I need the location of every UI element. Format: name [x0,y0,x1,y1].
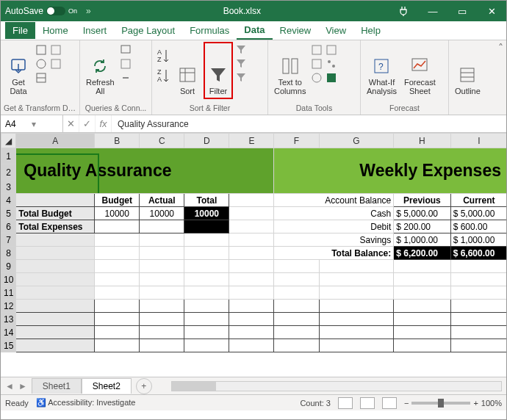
cell[interactable] [229,300,274,313]
cell[interactable] [450,300,506,313]
cell[interactable]: Cash [274,207,394,220]
cell[interactable]: 10000 [95,207,140,220]
cell[interactable]: $ 5,000.00 [450,207,506,220]
cell[interactable]: Total [184,194,229,207]
tab-home[interactable]: Home [35,22,76,39]
sheet-tab-2[interactable]: Sheet2 [82,378,132,394]
data-model-icon[interactable] [325,71,338,84]
cell[interactable]: $ 6,200.00 [394,247,450,260]
cell[interactable] [140,339,184,352]
col-header-d[interactable]: D [184,134,229,148]
from-web-icon[interactable] [35,57,48,70]
cell[interactable] [319,313,394,326]
minimize-button[interactable]: — [418,6,447,17]
row-header[interactable]: 8 [1,247,16,260]
row-header[interactable]: 3 [1,181,16,194]
page-layout-view-icon[interactable] [360,397,375,409]
queries-icon[interactable] [119,43,132,57]
text-to-columns-button[interactable]: Text to Columns [271,42,309,99]
cell[interactable] [394,273,450,286]
cell[interactable] [319,339,394,352]
cell[interactable] [274,339,319,352]
new-sheet-button[interactable]: + [136,378,152,394]
cell[interactable] [394,260,450,273]
cell[interactable] [95,313,140,326]
cell[interactable] [16,339,95,352]
cell[interactable] [319,260,394,273]
cell[interactable] [450,286,506,300]
zoom-out-icon[interactable]: − [404,399,409,408]
get-data-button[interactable]: Get Data [4,42,33,99]
fx-icon[interactable]: fx [96,115,112,132]
cell[interactable]: $ 200.00 [394,220,450,233]
cell[interactable] [229,313,274,326]
cell[interactable] [274,313,319,326]
cell[interactable] [229,233,274,247]
cell[interactable] [229,260,274,273]
tab-help[interactable]: Help [353,22,388,39]
col-header-g[interactable]: G [319,134,394,148]
cell[interactable]: $ 600.00 [450,220,506,233]
existing-icon[interactable] [49,57,62,70]
cell[interactable] [184,300,229,313]
row-header[interactable]: 14 [1,326,16,339]
overflow-icon[interactable]: » [82,6,96,16]
autosave-toggle[interactable]: AutoSave On [1,6,82,16]
cell[interactable] [319,273,394,286]
row-header[interactable]: 10 [1,273,16,286]
name-box[interactable]: A4 ▾ [1,115,63,132]
zoom-control[interactable]: − + 100% [404,399,502,408]
cell[interactable] [184,339,229,352]
cell[interactable] [140,273,184,286]
spreadsheet-grid[interactable]: ◢ A B C D E F G H I 1 Quality Assurance … [1,133,506,377]
cell[interactable] [95,220,140,233]
cell[interactable]: $ 5,000.00 [394,207,450,220]
cell[interactable] [184,273,229,286]
cell[interactable] [16,326,95,339]
cell[interactable] [16,233,95,247]
cell[interactable] [229,339,274,352]
row-header[interactable]: 2 [1,164,16,181]
cell[interactable]: 10000 [140,207,184,220]
cell[interactable] [450,260,506,273]
col-header-f[interactable]: F [274,134,319,148]
cell[interactable] [394,313,450,326]
cell[interactable] [16,194,95,207]
cell[interactable] [274,260,319,273]
cell[interactable] [450,339,506,352]
cell[interactable] [184,233,229,247]
cell[interactable] [229,220,274,233]
cell[interactable] [394,326,450,339]
row-header[interactable]: 5 [1,207,16,220]
cell[interactable] [16,247,95,260]
cell[interactable]: Debit [274,220,394,233]
col-header-i[interactable]: I [450,134,506,148]
recent-icon[interactable] [49,43,62,57]
from-text-icon[interactable] [35,43,48,57]
cell[interactable] [16,260,95,273]
cell[interactable] [95,339,140,352]
remove-dupes-icon[interactable] [310,57,323,70]
cell[interactable]: Total Expenses [16,220,95,233]
cell[interactable]: Current [450,194,506,207]
select-all[interactable]: ◢ [1,134,16,148]
edit-links-icon[interactable] [119,71,132,84]
cell[interactable] [95,233,140,247]
maximize-button[interactable]: ▭ [447,6,477,17]
enter-formula-icon[interactable]: ✓ [79,115,96,132]
from-table-icon[interactable] [35,71,48,84]
cell[interactable] [184,260,229,273]
col-header-a[interactable]: A [16,134,95,148]
cell[interactable]: Total Balance: [274,247,394,260]
col-header-c[interactable]: C [140,134,184,148]
data-validation-icon[interactable] [310,71,323,84]
horizontal-scrollbar[interactable] [171,381,502,391]
sort-az-icon[interactable]: AZ [155,46,171,65]
cell[interactable]: Actual [140,194,184,207]
cell[interactable] [229,273,274,286]
cancel-formula-icon[interactable]: ✕ [63,115,79,132]
cell[interactable] [274,326,319,339]
cell[interactable]: Total Budget [16,207,95,220]
forecast-sheet-button[interactable]: Forecast Sheet [401,42,439,99]
cell[interactable] [95,247,140,260]
